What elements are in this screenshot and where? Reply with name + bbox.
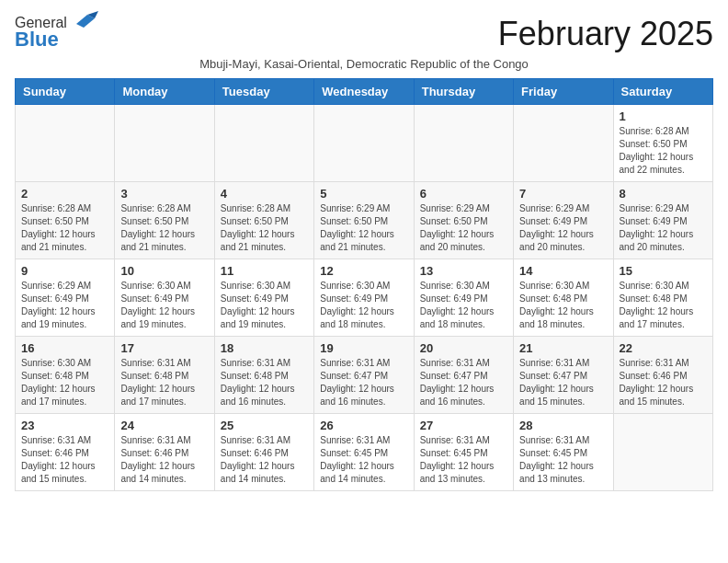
day-number: 15 — [620, 264, 707, 278]
day-info: Sunrise: 6:29 AMSunset: 6:50 PMDaylight:… — [420, 202, 507, 254]
calendar-day: 12Sunrise: 6:30 AMSunset: 6:49 PMDayligh… — [314, 259, 414, 337]
day-info: Sunrise: 6:30 AMSunset: 6:49 PMDaylight:… — [420, 280, 507, 331]
day-number: 6 — [420, 187, 507, 201]
calendar-week-2: 2Sunrise: 6:28 AMSunset: 6:50 PMDaylight… — [16, 182, 713, 259]
day-info: Sunrise: 6:28 AMSunset: 6:50 PMDaylight:… — [120, 202, 208, 254]
day-info: Sunrise: 6:31 AMSunset: 6:47 PMDaylight:… — [320, 357, 407, 408]
day-info: Sunrise: 6:29 AMSunset: 6:49 PMDaylight:… — [519, 202, 607, 254]
day-info: Sunrise: 6:28 AMSunset: 6:50 PMDaylight:… — [221, 202, 308, 254]
day-number: 24 — [120, 419, 208, 432]
day-number: 5 — [320, 187, 407, 201]
weekday-header-sunday: Sunday — [16, 79, 115, 105]
calendar-day: 5Sunrise: 6:29 AMSunset: 6:50 PMDaylight… — [314, 182, 414, 259]
day-number: 2 — [21, 187, 108, 201]
calendar-day — [514, 105, 613, 182]
day-number: 9 — [21, 264, 108, 278]
calendar-day: 17Sunrise: 6:31 AMSunset: 6:48 PMDayligh… — [115, 337, 214, 414]
day-info: Sunrise: 6:29 AMSunset: 6:50 PMDaylight:… — [320, 202, 407, 254]
calendar-day: 20Sunrise: 6:31 AMSunset: 6:47 PMDayligh… — [414, 337, 513, 414]
day-info: Sunrise: 6:30 AMSunset: 6:49 PMDaylight:… — [320, 280, 407, 331]
day-number: 28 — [519, 419, 607, 432]
day-info: Sunrise: 6:31 AMSunset: 6:46 PMDaylight:… — [120, 434, 208, 486]
calendar-day: 27Sunrise: 6:31 AMSunset: 6:45 PMDayligh… — [414, 414, 513, 491]
day-number: 1 — [620, 109, 707, 123]
day-info: Sunrise: 6:31 AMSunset: 6:47 PMDaylight:… — [420, 357, 507, 408]
calendar-day — [414, 105, 513, 182]
day-number: 18 — [221, 341, 308, 355]
day-info: Sunrise: 6:30 AMSunset: 6:49 PMDaylight:… — [221, 280, 308, 331]
calendar-day: 3Sunrise: 6:28 AMSunset: 6:50 PMDaylight… — [115, 182, 214, 259]
day-info: Sunrise: 6:31 AMSunset: 6:45 PMDaylight:… — [519, 434, 607, 486]
day-info: Sunrise: 6:29 AMSunset: 6:49 PMDaylight:… — [620, 202, 707, 254]
calendar-week-1: 1Sunrise: 6:28 AMSunset: 6:50 PMDaylight… — [16, 105, 713, 182]
calendar-day: 2Sunrise: 6:28 AMSunset: 6:50 PMDaylight… — [16, 182, 115, 259]
day-number: 22 — [620, 341, 707, 355]
page-header: General Blue February 2025 — [15, 15, 713, 53]
day-number: 8 — [620, 187, 707, 201]
calendar-day: 10Sunrise: 6:30 AMSunset: 6:49 PMDayligh… — [115, 259, 214, 337]
calendar-day: 13Sunrise: 6:30 AMSunset: 6:49 PMDayligh… — [414, 259, 513, 337]
day-number: 20 — [420, 341, 507, 355]
calendar-day — [115, 105, 214, 182]
day-info: Sunrise: 6:31 AMSunset: 6:46 PMDaylight:… — [620, 357, 707, 408]
calendar-day: 28Sunrise: 6:31 AMSunset: 6:45 PMDayligh… — [514, 414, 613, 491]
calendar-week-3: 9Sunrise: 6:29 AMSunset: 6:49 PMDaylight… — [16, 259, 713, 337]
day-info: Sunrise: 6:30 AMSunset: 6:49 PMDaylight:… — [120, 280, 208, 331]
calendar-day: 24Sunrise: 6:31 AMSunset: 6:46 PMDayligh… — [115, 414, 214, 491]
day-info: Sunrise: 6:28 AMSunset: 6:50 PMDaylight:… — [620, 125, 707, 177]
calendar-day — [613, 414, 712, 491]
day-info: Sunrise: 6:31 AMSunset: 6:45 PMDaylight:… — [420, 434, 507, 486]
calendar-day: 18Sunrise: 6:31 AMSunset: 6:48 PMDayligh… — [214, 337, 313, 414]
day-info: Sunrise: 6:31 AMSunset: 6:46 PMDaylight:… — [21, 434, 108, 486]
day-info: Sunrise: 6:28 AMSunset: 6:50 PMDaylight:… — [21, 202, 108, 254]
day-number: 12 — [320, 264, 407, 278]
day-number: 19 — [320, 341, 407, 355]
day-number: 17 — [120, 341, 208, 355]
day-number: 11 — [221, 264, 308, 278]
calendar-week-5: 23Sunrise: 6:31 AMSunset: 6:46 PMDayligh… — [16, 414, 713, 491]
calendar-day: 19Sunrise: 6:31 AMSunset: 6:47 PMDayligh… — [314, 337, 414, 414]
weekday-header-wednesday: Wednesday — [314, 79, 414, 105]
calendar-day: 1Sunrise: 6:28 AMSunset: 6:50 PMDaylight… — [613, 105, 712, 182]
day-info: Sunrise: 6:31 AMSunset: 6:48 PMDaylight:… — [120, 357, 208, 408]
day-info: Sunrise: 6:31 AMSunset: 6:48 PMDaylight:… — [221, 357, 308, 408]
logo-bird-icon — [69, 11, 98, 31]
day-info: Sunrise: 6:31 AMSunset: 6:47 PMDaylight:… — [519, 357, 607, 408]
day-number: 27 — [420, 419, 507, 432]
calendar-week-4: 16Sunrise: 6:30 AMSunset: 6:48 PMDayligh… — [16, 337, 713, 414]
logo-blue-text: Blue — [15, 28, 59, 52]
calendar-day: 8Sunrise: 6:29 AMSunset: 6:49 PMDaylight… — [613, 182, 712, 259]
calendar-day: 26Sunrise: 6:31 AMSunset: 6:45 PMDayligh… — [314, 414, 414, 491]
calendar-day: 15Sunrise: 6:30 AMSunset: 6:48 PMDayligh… — [613, 259, 712, 337]
day-number: 16 — [21, 341, 108, 355]
day-info: Sunrise: 6:30 AMSunset: 6:48 PMDaylight:… — [21, 357, 108, 408]
logo: General Blue — [15, 15, 98, 52]
day-number: 21 — [519, 341, 607, 355]
calendar-day: 9Sunrise: 6:29 AMSunset: 6:49 PMDaylight… — [16, 259, 115, 337]
calendar-day: 23Sunrise: 6:31 AMSunset: 6:46 PMDayligh… — [16, 414, 115, 491]
calendar-day: 22Sunrise: 6:31 AMSunset: 6:46 PMDayligh… — [613, 337, 712, 414]
weekday-header-saturday: Saturday — [613, 79, 712, 105]
day-info: Sunrise: 6:31 AMSunset: 6:45 PMDaylight:… — [320, 434, 407, 486]
calendar-day — [214, 105, 313, 182]
day-info: Sunrise: 6:31 AMSunset: 6:46 PMDaylight:… — [221, 434, 308, 486]
weekday-header-monday: Monday — [115, 79, 214, 105]
day-number: 26 — [320, 419, 407, 432]
calendar-day: 4Sunrise: 6:28 AMSunset: 6:50 PMDaylight… — [214, 182, 313, 259]
day-number: 13 — [420, 264, 507, 278]
weekday-header-tuesday: Tuesday — [214, 79, 313, 105]
calendar-day: 14Sunrise: 6:30 AMSunset: 6:48 PMDayligh… — [514, 259, 613, 337]
day-number: 7 — [519, 187, 607, 201]
day-number: 14 — [519, 264, 607, 278]
calendar-day — [16, 105, 115, 182]
page-subtitle: Mbuji-Mayi, Kasai-Oriental, Democratic R… — [15, 57, 713, 71]
calendar-day — [314, 105, 414, 182]
day-number: 25 — [221, 419, 308, 432]
day-number: 10 — [120, 264, 208, 278]
day-number: 4 — [221, 187, 308, 201]
day-info: Sunrise: 6:29 AMSunset: 6:49 PMDaylight:… — [21, 280, 108, 331]
calendar-day: 6Sunrise: 6:29 AMSunset: 6:50 PMDaylight… — [414, 182, 513, 259]
day-info: Sunrise: 6:30 AMSunset: 6:48 PMDaylight:… — [620, 280, 707, 331]
day-number: 23 — [21, 419, 108, 432]
weekday-header-thursday: Thursday — [414, 79, 513, 105]
